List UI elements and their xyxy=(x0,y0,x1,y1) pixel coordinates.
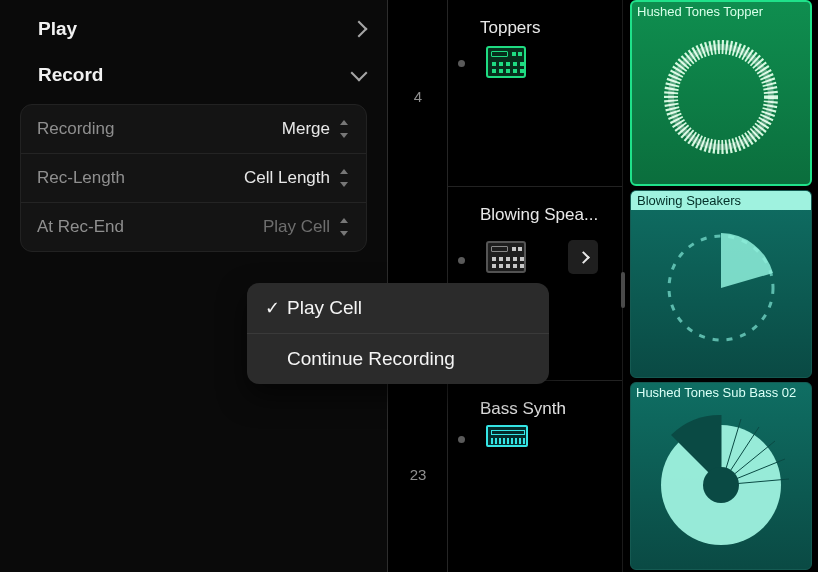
rec-length-value-text: Cell Length xyxy=(244,168,330,188)
svg-point-10 xyxy=(703,467,739,503)
track-name: Toppers xyxy=(448,18,622,38)
cell-label: Hushed Tones Sub Bass 02 xyxy=(636,385,796,400)
track-status-dot xyxy=(458,257,465,264)
row-number: 23 xyxy=(388,466,448,483)
cell-blowing-speakers[interactable]: Blowing Speakers xyxy=(630,190,812,378)
synth-rack-icon xyxy=(486,425,528,447)
track-expand-button[interactable] xyxy=(568,240,598,274)
recording-mode-value-text: Merge xyxy=(282,119,330,139)
checkmark-icon: ✓ xyxy=(265,297,287,319)
svg-point-1 xyxy=(671,47,771,147)
rec-length-value: Cell Length xyxy=(244,168,350,188)
cell-label: Blowing Speakers xyxy=(631,191,811,210)
scrollbar-thumb[interactable] xyxy=(621,272,625,308)
waveform-ring-icon xyxy=(646,22,796,172)
drum-machine-icon xyxy=(486,46,526,78)
at-rec-end-row[interactable]: At Rec-End Play Cell xyxy=(21,203,366,251)
track-header-bass-synth[interactable]: Bass Synth xyxy=(448,380,622,572)
popup-item-label: Continue Recording xyxy=(287,348,455,370)
cell-hushed-tones-sub-bass[interactable]: Hushed Tones Sub Bass 02 xyxy=(630,382,812,570)
track-name: Blowing Spea... xyxy=(448,205,622,225)
play-section-header[interactable]: Play xyxy=(0,6,387,52)
record-section-label: Record xyxy=(38,64,103,86)
stepper-icon xyxy=(338,218,350,236)
track-status-dot xyxy=(458,60,465,67)
rec-length-row[interactable]: Rec-Length Cell Length xyxy=(21,154,366,203)
chevron-right-icon xyxy=(577,251,590,264)
recording-mode-value: Merge xyxy=(282,119,350,139)
track-name: Bass Synth xyxy=(448,399,622,419)
popup-item-label: Play Cell xyxy=(287,297,362,319)
record-section-header[interactable]: Record xyxy=(0,52,387,98)
cell-label: Hushed Tones Topper xyxy=(637,4,763,19)
chevron-down-icon xyxy=(351,65,368,82)
recording-mode-label: Recording xyxy=(37,119,115,139)
row-number: 4 xyxy=(388,88,448,105)
at-rec-end-value: Play Cell xyxy=(263,217,350,237)
popup-item-play-cell[interactable]: ✓ Play Cell xyxy=(247,283,549,333)
rec-length-label: Rec-Length xyxy=(37,168,125,188)
cell-hushed-tones-topper[interactable]: Hushed Tones Topper xyxy=(630,0,812,186)
at-rec-end-value-text: Play Cell xyxy=(263,217,330,237)
recording-mode-row[interactable]: Recording Merge xyxy=(21,105,366,154)
at-rec-end-popup: ✓ Play Cell Continue Recording xyxy=(247,283,549,384)
waveform-disc-icon xyxy=(641,400,801,560)
track-status-dot xyxy=(458,436,465,443)
cells-column: Hushed Tones Topper Blowing Speakers Hus… xyxy=(628,0,814,572)
chevron-right-icon xyxy=(351,21,368,38)
at-rec-end-label: At Rec-End xyxy=(37,217,124,237)
play-section-label: Play xyxy=(38,18,77,40)
record-settings-card: Recording Merge Rec-Length Cell Length A… xyxy=(20,104,367,252)
stepper-icon xyxy=(338,169,350,187)
progress-ring-icon xyxy=(646,213,796,363)
track-header-toppers[interactable]: Toppers xyxy=(448,0,622,186)
stepper-icon xyxy=(338,120,350,138)
popup-item-continue-recording[interactable]: Continue Recording xyxy=(247,333,549,384)
drum-machine-icon xyxy=(486,241,526,273)
